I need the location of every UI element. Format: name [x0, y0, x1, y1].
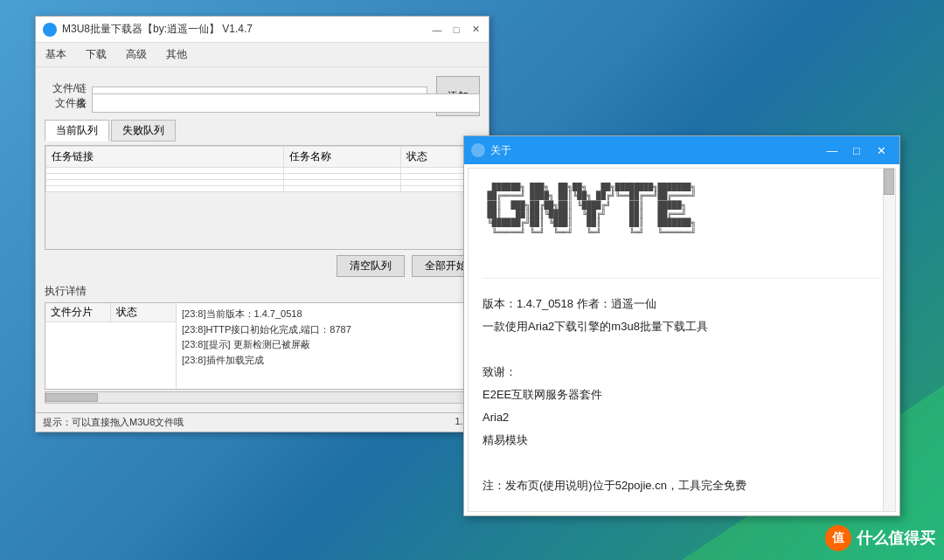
- maximize-button[interactable]: □: [450, 24, 462, 36]
- watermark-text: 什么值得买: [857, 528, 935, 549]
- about-thanks-0: E2EE互联网服务器套件: [482, 384, 881, 406]
- about-version-line: 版本：1.4.7_0518 作者：逍遥一仙: [482, 293, 881, 315]
- log-line-2: [23:8]HTTP接口初始化完成,端口：8787: [182, 322, 474, 338]
- col-task-link: 任务链接: [46, 147, 284, 168]
- task-table-wrapper: 任务链接 任务名称 状态: [45, 145, 480, 250]
- table-row: [46, 186, 479, 192]
- menu-bar: 基本 下载 高级 其他: [36, 43, 489, 67]
- main-titlebar: M3U8批量下载器【by:逍遥一仙】 V1.4.7 — □ ✕: [36, 17, 489, 43]
- tab-failed-queue[interactable]: 失败队列: [111, 120, 176, 142]
- about-blank-line: [482, 338, 881, 361]
- about-titlebar-left: 关于: [471, 143, 511, 158]
- menu-advanced[interactable]: 高级: [123, 46, 149, 63]
- about-blank-line2: [482, 452, 881, 474]
- table-row: [46, 168, 479, 174]
- action-row: 清空队列 全部开始: [45, 255, 480, 277]
- scrollbar-thumb[interactable]: [45, 393, 98, 402]
- main-window-title: M3U8批量下载器【by:逍遥一仙】 V1.4.7: [62, 22, 253, 37]
- menu-other[interactable]: 其他: [163, 46, 190, 63]
- about-text: 版本：1.4.7_0518 作者：逍遥一仙 一款使用Aria2下载引擎的m3u8…: [482, 293, 881, 497]
- status-bar: 提示：可以直接拖入M3U8文件哦 1.34.0: [36, 412, 489, 432]
- ascii-logo: ██████╗ ███╗ ██╗██╗ ██╗████████╗███████╗…: [482, 183, 881, 279]
- about-content: ██████╗ ███╗ ██╗██╗ ██╗████████╗███████╗…: [468, 168, 896, 512]
- about-minimize-button[interactable]: —: [821, 142, 843, 159]
- col-task-name: 任务名称: [284, 147, 401, 168]
- exec-content: 文件分片 状态 [23:8]当前版本：1.4.7_0518 [23:8]HTTP…: [45, 302, 480, 390]
- about-content-wrapper: ██████╗ ███╗ ██╗██╗ ██╗████████╗███████╗…: [464, 168, 899, 512]
- titlebar-controls: — □ ✕: [431, 24, 482, 36]
- about-titlebar: 关于 — □ ✕: [464, 136, 899, 164]
- close-button[interactable]: ✕: [469, 24, 482, 36]
- col-file-fragment: 文件分片: [45, 303, 111, 322]
- about-thanks-1: Aria2: [482, 406, 881, 429]
- tabs-row: 当前队列 失败队列: [45, 120, 480, 142]
- about-desc-line: 一款使用Aria2下载引擎的m3u8批量下载工具: [482, 315, 881, 338]
- clear-queue-button[interactable]: 清空队列: [337, 255, 405, 277]
- exec-left-header: 文件分片 状态: [45, 303, 176, 322]
- exec-left-panel: 文件分片 状态: [45, 303, 177, 389]
- tab-current-queue[interactable]: 当前队列: [45, 120, 109, 142]
- about-maximize-button[interactable]: □: [845, 142, 868, 159]
- file-name-input[interactable]: [92, 93, 480, 113]
- app-icon: [43, 23, 57, 37]
- watermark-icon-text: 值: [832, 530, 844, 546]
- table-row: [46, 180, 479, 186]
- about-controls: — □ ✕: [821, 142, 892, 159]
- scrollbar-row: [45, 391, 480, 404]
- main-content: 文件/链接 添加 文件名 当前队列 失败队列 任务链接 任务名称: [36, 67, 489, 412]
- about-thanks-label: 致谢：: [482, 361, 881, 384]
- watermark-icon: 值: [825, 525, 851, 551]
- watermark: 值 什么值得买: [825, 525, 935, 551]
- file-name-label: 文件名: [45, 96, 87, 111]
- about-window: 关于 — □ ✕ ██████╗ ███╗ ██╗██╗ ██╗████████…: [463, 135, 900, 516]
- log-line-4: [23:8]插件加载完成: [182, 353, 474, 369]
- log-line-3: [23:8][提示] 更新检测已被屏蔽: [182, 337, 474, 353]
- about-scrollbar-thumb[interactable]: [884, 169, 894, 195]
- status-tip: 提示：可以直接拖入M3U8文件哦: [43, 416, 184, 429]
- log-line-1: [23:8]当前版本：1.4.7_0518: [182, 307, 474, 322]
- main-window: M3U8批量下载器【by:逍遥一仙】 V1.4.7 — □ ✕ 基本 下载 高级…: [35, 16, 489, 432]
- exec-section-label: 执行详情: [45, 284, 480, 299]
- about-note-line: 注：发布页(使用说明)位于52pojie.cn，工具完全免费: [482, 474, 881, 497]
- about-scrollbar[interactable]: [883, 169, 895, 511]
- about-thanks-2: 精易模块: [482, 429, 881, 452]
- menu-basic[interactable]: 基本: [43, 46, 69, 63]
- scrollbar-track[interactable]: [45, 391, 480, 404]
- about-close-button[interactable]: ✕: [870, 142, 892, 159]
- exec-log-panel: [23:8]当前版本：1.4.7_0518 [23:8]HTTP接口初始化完成,…: [177, 303, 479, 389]
- about-app-icon: [471, 143, 485, 157]
- titlebar-left: M3U8批量下载器【by:逍遥一仙】 V1.4.7: [43, 22, 253, 37]
- menu-download[interactable]: 下载: [83, 46, 109, 63]
- about-window-title: 关于: [490, 143, 511, 158]
- table-row: [46, 174, 479, 180]
- col-exec-status: 状态: [111, 303, 176, 322]
- minimize-button[interactable]: —: [431, 24, 443, 36]
- file-name-row: 文件名: [45, 92, 480, 113]
- task-table: 任务链接 任务名称 状态: [45, 146, 479, 192]
